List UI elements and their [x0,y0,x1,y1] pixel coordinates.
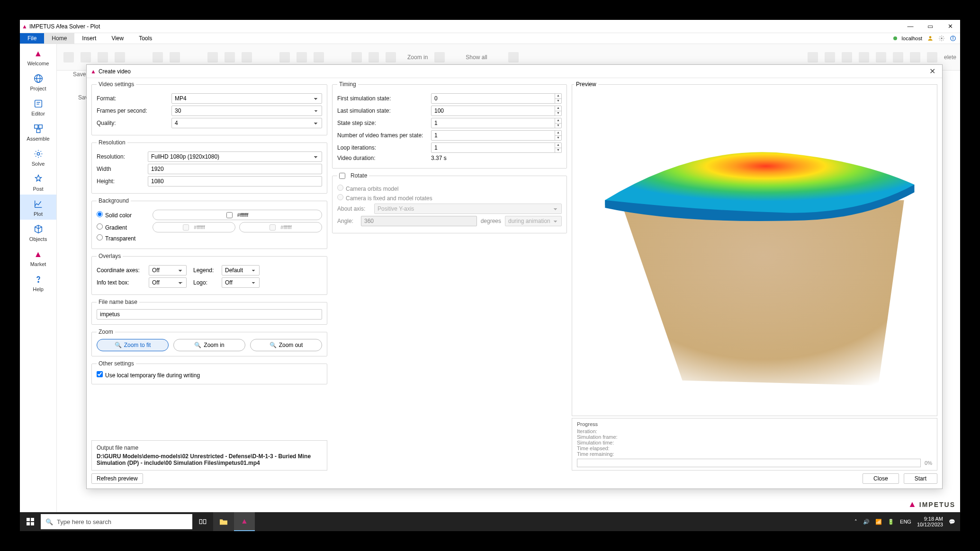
bg-gradient-radio-label[interactable]: Gradient [97,223,149,231]
sidebar-item-assemble[interactable]: Assemble [20,119,56,144]
rotate-orbit-radio [337,185,343,191]
tray-notifications-icon[interactable]: 💬 [949,519,955,525]
zoom-out-button[interactable]: 🔍Zoom out [250,339,322,351]
step-size-input[interactable]: 1▲▼ [431,118,562,128]
svg-rect-12 [38,125,42,128]
connection-status-icon [893,36,897,40]
refresh-preview-button[interactable]: Refresh preview [91,473,143,484]
sidebar-item-plot[interactable]: Plot [20,195,56,220]
sidebar-item-market[interactable]: ▲Market [20,245,56,270]
toolbar-show-all-label: Show all [466,54,487,61]
other-group: Other settings Use local temporary file … [91,360,327,384]
minimize-button[interactable]: — [900,20,920,33]
simulation-preview-image [574,89,935,414]
bg-solid-swatch[interactable]: #ffffff [153,210,322,220]
menu-home[interactable]: Home [44,33,74,44]
rotate-group: Rotate Camera orbits model Camera is fix… [332,172,567,233]
settings-icon[interactable] [938,35,945,42]
menu-view[interactable]: View [104,33,131,44]
quality-select[interactable]: 4 [171,118,322,128]
rotate-enable-checkbox[interactable] [339,173,345,179]
sidebar-item-solve[interactable]: Solve [20,144,56,169]
logo-select[interactable]: Off [222,277,260,288]
legend-select[interactable]: Default [222,265,260,276]
maximize-button[interactable]: ▭ [920,20,940,33]
rotate-fixed-radio [337,194,343,200]
close-window-button[interactable]: ✕ [940,20,960,33]
svg-rect-18 [27,522,30,525]
frames-per-state-input[interactable]: 1▲▼ [431,130,562,141]
menu-tools[interactable]: Tools [131,33,160,44]
svg-rect-20 [199,520,202,524]
use-local-checkbox-label[interactable]: Use local temporary file during writing [97,372,200,379]
user-icon[interactable] [927,35,934,42]
rotate-during-select: during animation [505,216,562,226]
task-view-button[interactable] [192,512,213,531]
height-input[interactable] [148,176,322,187]
info-select[interactable]: Off [149,277,187,288]
progress-bar [577,459,921,467]
taskbar-search[interactable]: 🔍 Type here to search [41,514,192,529]
zoom-in-button[interactable]: 🔍Zoom in [173,339,245,351]
width-input[interactable] [148,164,322,174]
resolution-select[interactable]: FullHD 1080p (1920x1080) [148,151,322,162]
title-bar: ▲ IMPETUS Afea Solver - Plot — ▭ ✕ [20,20,960,33]
bg-grad-swatch2[interactable]: #ffffff [239,222,322,232]
magnifier-icon: 🔍 [270,342,277,348]
tray-lang[interactable]: ENG [900,519,911,524]
dialog-title: Create video [99,68,131,75]
use-local-checkbox[interactable] [97,371,103,377]
overlays-group: Overlays Coordinate axes: Off Legend: De… [91,253,327,295]
sidebar-item-objects[interactable]: Objects [20,220,56,245]
zoom-fit-button[interactable]: 🔍Zoom to fit [97,339,169,351]
bg-gradient-radio[interactable] [97,223,103,230]
solve-icon [33,148,44,160]
post-icon [33,173,44,185]
tray-chevron-icon[interactable]: ˄ [854,519,857,525]
fps-select[interactable]: 30 [171,106,322,116]
tray-clock[interactable]: 9:18 AM 10/12/2023 [917,516,943,527]
tray-battery-icon[interactable]: 🔋 [888,519,894,525]
window-title: IMPETUS Afea Solver - Plot [29,23,100,30]
sidebar-item-editor[interactable]: Editor [20,94,56,119]
sidebar-item-help[interactable]: Help [20,270,56,295]
output-path: D:\GURU Models\demo-models\02 Unrestrict… [97,453,322,466]
tray-volume-icon[interactable]: 🔊 [863,519,870,525]
bg-solid-radio[interactable] [97,211,103,217]
brand-triangle-icon: ▲ [908,499,917,509]
menu-insert[interactable]: Insert [74,33,104,44]
toolbar-delete-fragment: elete [944,54,956,61]
sidebar-item-welcome[interactable]: ▲Welcome [20,44,56,69]
bg-solid-radio-label[interactable]: Solid color [97,211,149,219]
create-video-dialog: ▲ Create video ✕ Video settings Format:M… [86,64,943,489]
bg-grad-swatch1[interactable]: #ffffff [153,222,235,232]
coord-axes-select[interactable]: Off [149,265,187,276]
last-state-input[interactable]: 100▲▼ [431,106,562,116]
menu-file[interactable]: File [20,33,44,44]
sidebar-item-post[interactable]: Post [20,169,56,195]
first-state-input[interactable]: 0▲▼ [431,93,562,104]
format-select[interactable]: MP4 [171,93,322,104]
video-settings-legend: Video settings [97,81,136,88]
toolbar-zoom-in-label: Zoom in [407,54,428,61]
dialog-close-button[interactable]: ✕ [926,67,938,76]
bg-transparent-radio[interactable] [97,234,103,240]
magnifier-icon: 🔍 [115,342,122,348]
close-button[interactable]: Close [863,473,899,484]
tray-wifi-icon[interactable]: 📶 [875,519,882,525]
filename-group: File name base [91,299,327,325]
info-icon[interactable] [950,35,956,42]
globe-icon [33,73,44,84]
svg-point-1 [941,37,943,39]
bg-transparent-radio-label[interactable]: Transparent [97,234,135,242]
start-button[interactable] [20,512,41,531]
file-explorer-button[interactable] [213,512,234,531]
filename-input[interactable] [97,309,322,320]
start-button[interactable]: Start [904,473,937,484]
cube-icon [33,223,44,235]
sidebar-item-project[interactable]: Project [20,69,56,94]
video-settings-group: Video settings Format:MP4 Frames per sec… [91,81,327,135]
impetus-app-button[interactable]: ▲ [234,512,255,531]
folder-icon [219,518,228,525]
loop-iter-input[interactable]: 1▲▼ [431,142,562,153]
